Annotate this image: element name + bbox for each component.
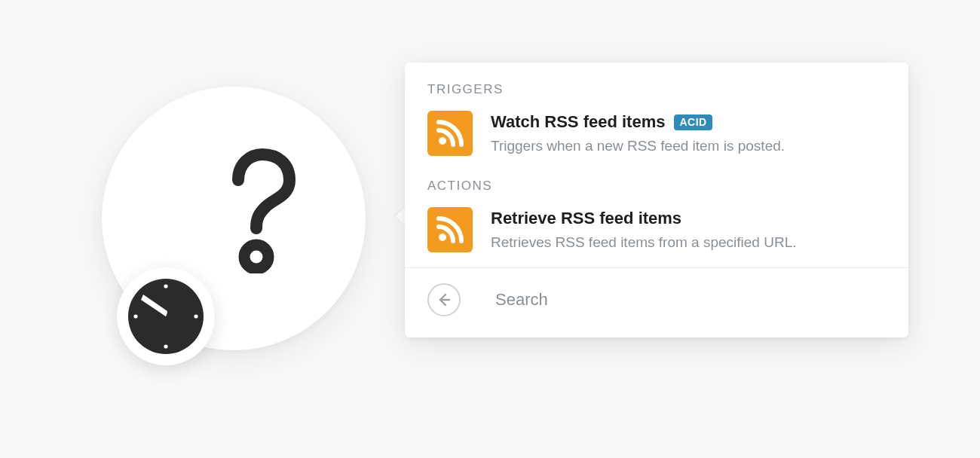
svg-point-0 bbox=[244, 245, 268, 269]
svg-point-2 bbox=[164, 284, 167, 288]
popover-footer bbox=[405, 267, 908, 337]
trigger-item-watch-rss[interactable]: Watch RSS feed items ACID Triggers when … bbox=[427, 105, 886, 169]
acid-badge: ACID bbox=[674, 114, 712, 130]
rss-icon bbox=[427, 207, 473, 252]
svg-point-4 bbox=[133, 314, 137, 318]
trigger-item-desc: Triggers when a new RSS feed item is pos… bbox=[491, 136, 785, 156]
clock-icon bbox=[125, 276, 207, 357]
svg-point-5 bbox=[194, 314, 198, 318]
search-input[interactable] bbox=[495, 290, 886, 310]
arrow-left-icon bbox=[436, 292, 452, 308]
section-label-triggers: TRIGGERS bbox=[427, 82, 886, 97]
svg-point-9 bbox=[439, 234, 446, 241]
section-label-actions: ACTIONS bbox=[427, 179, 886, 194]
action-item-title: Retrieve RSS feed items bbox=[491, 209, 681, 228]
rss-icon bbox=[427, 111, 473, 156]
trigger-item-title: Watch RSS feed items bbox=[491, 112, 665, 132]
action-item-desc: Retrieves RSS feed items from a specifie… bbox=[491, 233, 797, 252]
clock-badge bbox=[117, 267, 215, 365]
question-mark-icon bbox=[213, 145, 303, 276]
back-button[interactable] bbox=[427, 283, 461, 316]
action-item-retrieve-rss[interactable]: Retrieve RSS feed items Retrieves RSS fe… bbox=[427, 201, 886, 266]
module-picker-popover: TRIGGERS Watch RSS feed items ACID Trigg… bbox=[405, 63, 908, 337]
svg-point-8 bbox=[439, 137, 446, 145]
svg-point-3 bbox=[164, 344, 167, 348]
popover-pointer bbox=[396, 207, 405, 225]
